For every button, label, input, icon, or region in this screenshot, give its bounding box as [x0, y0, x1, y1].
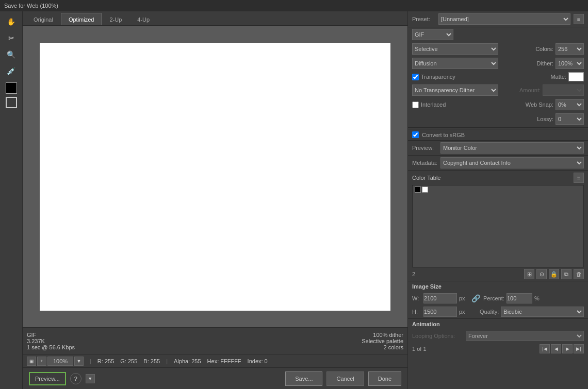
quality-select[interactable]: Bicubic	[501, 307, 584, 317]
interlaced-label: Interlaced	[421, 102, 446, 108]
format-row: GIF	[408, 27, 588, 42]
eyedropper-tool[interactable]: 💉	[4, 64, 19, 78]
col-right-lossy: Lossy: 0	[498, 113, 584, 125]
palette-label: Selective palette	[362, 338, 403, 344]
status-bottom: 3.237K Selective palette	[27, 338, 403, 344]
col-left-interlaced: Interlaced	[412, 102, 498, 108]
color-table-toolbar: 2 ⊞ ⊙ 🔒 ⧉ 🗑	[408, 267, 588, 281]
anim-first-btn[interactable]: |◀	[540, 344, 550, 353]
zoom-dropdown-btn[interactable]: ▼	[74, 357, 84, 366]
right-panel: Preset: [Unnamed] ≡ GIF Selective Colors…	[407, 11, 588, 389]
status-bar: GIF 100% dither 3.237K Selective palette…	[23, 327, 407, 354]
ct-lock-btn[interactable]: 🔒	[549, 269, 559, 279]
zoom-input[interactable]	[47, 357, 73, 366]
preview-panel-select[interactable]: Monitor Color	[440, 142, 584, 154]
zoom-control: ▣ + ▼	[27, 357, 84, 366]
canvas-white	[40, 43, 390, 311]
h-input[interactable]	[423, 307, 457, 317]
tab-4up[interactable]: 4-Up	[129, 13, 157, 25]
swatch-white[interactable]	[422, 187, 428, 193]
amount-label: Amount:	[519, 87, 541, 93]
dither-label: 100% dither	[373, 332, 403, 338]
hand-tool[interactable]: ✋	[4, 14, 19, 29]
preview-panel-row: Preview: Monitor Color	[408, 140, 588, 155]
looping-select[interactable]: Forever	[466, 331, 584, 341]
ct-web-btn[interactable]: ⊙	[536, 269, 547, 279]
tab-2up[interactable]: 2-Up	[102, 13, 129, 25]
ct-add-btn[interactable]: ⊞	[524, 269, 534, 279]
index-value: Index: 0	[248, 358, 268, 364]
ct-count: 2	[412, 271, 415, 277]
looping-label: Looping Options:	[412, 333, 464, 339]
col-left-transparency: Transparency	[412, 74, 498, 80]
transparency-checkbox[interactable]	[412, 74, 419, 80]
zoom-add-btn[interactable]: +	[37, 357, 46, 366]
zoom-out-btn[interactable]: ▣	[27, 357, 36, 366]
anim-prev-btn[interactable]: ◀	[551, 344, 561, 353]
cancel-button[interactable]: Cancel	[326, 371, 364, 386]
col-right-websnap: Web Snap: 0%	[498, 99, 584, 110]
pct-unit: %	[534, 295, 540, 301]
zoom-tool[interactable]: 🔍	[4, 47, 19, 62]
title-text: Save for Web (100%)	[4, 3, 58, 9]
bottom-controls: Preview... ? ▼ Save... Cancel Done	[23, 367, 407, 389]
no-transp-select[interactable]: No Transparency Dither	[412, 84, 498, 96]
swatch-black[interactable]	[415, 187, 421, 193]
done-button[interactable]: Done	[368, 371, 401, 386]
col-right-dither-pct: Dither: 100%	[498, 58, 584, 69]
tab-optimized[interactable]: Optimized	[61, 13, 102, 25]
pct-input[interactable]	[507, 293, 532, 303]
anim-page: 1 of 1	[412, 346, 427, 352]
matte-swatch[interactable]	[568, 72, 584, 81]
srgb-checkbox[interactable]	[412, 131, 419, 138]
lossy-select[interactable]: 0	[556, 113, 584, 125]
preset-select[interactable]: [Unnamed]	[438, 13, 570, 25]
tab-original[interactable]: Original	[26, 13, 61, 25]
srgb-row: Convert to sRGB	[408, 129, 588, 140]
preview-panel-label: Preview:	[412, 145, 440, 151]
h-label: H:	[412, 309, 421, 315]
color-table-menu-btn[interactable]: ≡	[574, 173, 584, 183]
amount-select[interactable]	[543, 84, 584, 96]
ct-duplicate-btn[interactable]: ⧉	[561, 269, 571, 279]
foreground-color[interactable]	[6, 82, 17, 94]
save-button[interactable]: Save...	[285, 371, 322, 386]
hex-value: Hex: FFFFFF	[207, 358, 241, 364]
color-reduction-select[interactable]: Selective	[412, 43, 498, 55]
ct-delete-btn[interactable]: 🗑	[574, 269, 584, 279]
alpha-value: Alpha: 255	[174, 358, 201, 364]
background-color[interactable]	[6, 97, 17, 108]
format-select[interactable]: GIF	[412, 29, 453, 40]
preset-label: Preset:	[412, 16, 435, 22]
image-size-w-row: W: px 🔗 Percent: %	[408, 292, 588, 305]
divider-1	[408, 127, 588, 128]
colors-select[interactable]: 256	[556, 43, 584, 55]
main-container: ✋ ✂ 🔍 💉 Original Optimized 2-Up 4-Up	[0, 11, 588, 389]
help-button[interactable]: ?	[70, 373, 81, 384]
interlaced-checkbox[interactable]	[412, 102, 419, 108]
col-left-dither: Diffusion	[412, 58, 498, 69]
anim-next-btn[interactable]: ▶|	[574, 344, 584, 353]
w-input[interactable]	[423, 293, 457, 303]
metadata-row: Metadata: Copyright and Contact Info	[408, 155, 588, 170]
lossy-row: Lossy: 0	[408, 112, 588, 126]
settings-btn[interactable]: ▼	[86, 374, 95, 383]
colors-label: Colors:	[535, 46, 553, 52]
preset-menu-btn[interactable]: ≡	[574, 14, 584, 24]
color-reduction-row: Selective Colors: 256	[408, 42, 588, 56]
format-label: GIF	[27, 332, 36, 338]
image-size-h-row: H: px Quality: Bicubic	[408, 305, 588, 318]
dither-pct-select[interactable]: 100%	[556, 58, 584, 69]
transparency-label: Transparency	[421, 74, 455, 80]
websnap-select[interactable]: 0%	[556, 99, 584, 110]
metadata-select[interactable]: Copyright and Contact Info	[440, 157, 584, 168]
dither-select[interactable]: Diffusion	[412, 58, 498, 69]
anim-play-btn[interactable]: ▶	[562, 344, 573, 353]
canvas-area	[23, 26, 407, 327]
anim-controls: 1 of 1 |◀ ◀ ▶ ▶|	[408, 343, 588, 355]
anim-buttons: |◀ ◀ ▶ ▶|	[540, 344, 584, 353]
slice-tool[interactable]: ✂	[4, 31, 19, 45]
color-table-title: Color Table	[412, 175, 440, 181]
preview-button[interactable]: Preview...	[29, 372, 66, 385]
status-bottom2: 1 sec @ 56.6 Kbps 2 colors	[27, 344, 403, 350]
